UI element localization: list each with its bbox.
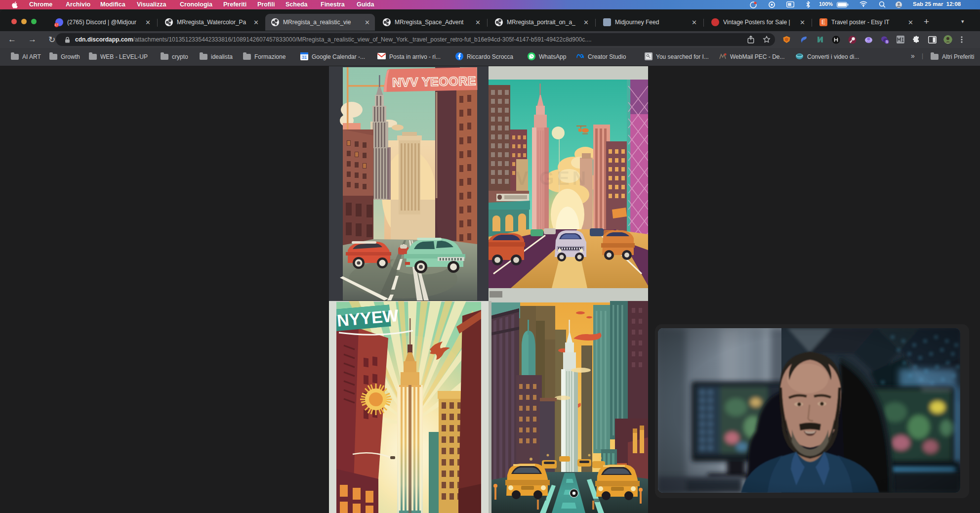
svg-text:31: 31 bbox=[302, 55, 307, 60]
svg-text:V GEN: V GEN bbox=[516, 168, 589, 189]
svg-text:NVV YEOORE: NVV YEOORE bbox=[392, 74, 476, 89]
svg-text:5: 5 bbox=[886, 40, 888, 43]
